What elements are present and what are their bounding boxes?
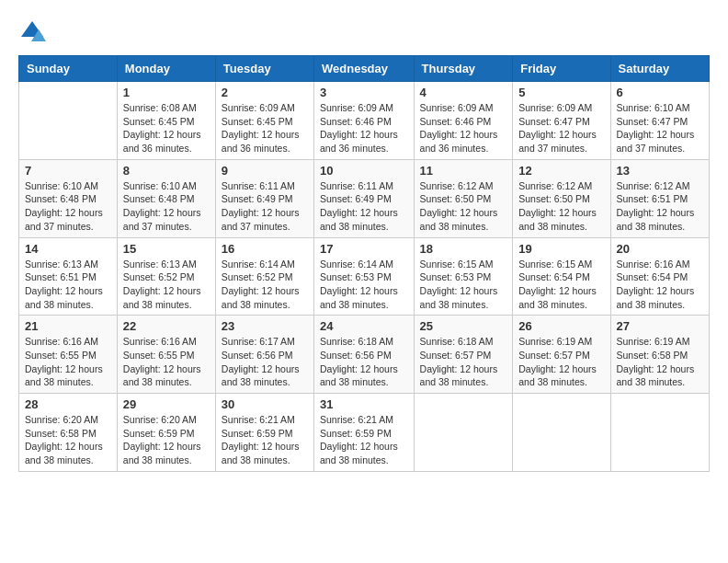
calendar-week-row: 28Sunrise: 6:20 AM Sunset: 6:58 PM Dayli… xyxy=(19,394,710,472)
day-info: Sunrise: 6:16 AM Sunset: 6:55 PM Dayligh… xyxy=(123,335,210,389)
day-number: 21 xyxy=(25,319,111,333)
calendar-cell: 4Sunrise: 6:09 AM Sunset: 6:46 PM Daylig… xyxy=(414,82,513,160)
day-info: Sunrise: 6:13 AM Sunset: 6:52 PM Dayligh… xyxy=(123,258,210,312)
day-info: Sunrise: 6:08 AM Sunset: 6:45 PM Dayligh… xyxy=(123,101,210,155)
calendar-week-row: 1Sunrise: 6:08 AM Sunset: 6:45 PM Daylig… xyxy=(19,82,710,160)
calendar-week-row: 14Sunrise: 6:13 AM Sunset: 6:51 PM Dayli… xyxy=(19,237,710,316)
day-info: Sunrise: 6:17 AM Sunset: 6:56 PM Dayligh… xyxy=(222,335,308,389)
calendar-week-row: 7Sunrise: 6:10 AM Sunset: 6:48 PM Daylig… xyxy=(19,159,710,237)
day-number: 9 xyxy=(222,164,308,178)
calendar-cell: 3Sunrise: 6:09 AM Sunset: 6:46 PM Daylig… xyxy=(314,82,415,160)
day-number: 31 xyxy=(320,397,408,411)
calendar-cell: 24Sunrise: 6:18 AM Sunset: 6:56 PM Dayli… xyxy=(314,316,415,394)
page-header xyxy=(18,18,710,46)
calendar-cell: 5Sunrise: 6:09 AM Sunset: 6:47 PM Daylig… xyxy=(513,82,610,160)
calendar-cell: 28Sunrise: 6:20 AM Sunset: 6:58 PM Dayli… xyxy=(19,394,118,472)
day-number: 3 xyxy=(320,86,408,99)
day-number: 30 xyxy=(222,397,308,411)
calendar-cell: 2Sunrise: 6:09 AM Sunset: 6:45 PM Daylig… xyxy=(215,82,313,160)
logo-icon xyxy=(18,18,46,46)
calendar-cell: 10Sunrise: 6:11 AM Sunset: 6:49 PM Dayli… xyxy=(314,159,415,237)
day-number: 2 xyxy=(222,86,308,99)
day-info: Sunrise: 6:09 AM Sunset: 6:47 PM Dayligh… xyxy=(518,101,604,155)
calendar-cell: 27Sunrise: 6:19 AM Sunset: 6:58 PM Dayli… xyxy=(610,316,709,394)
day-number: 10 xyxy=(320,164,408,178)
calendar-cell xyxy=(19,82,118,160)
day-number: 6 xyxy=(617,86,703,99)
calendar-cell: 16Sunrise: 6:14 AM Sunset: 6:52 PM Dayli… xyxy=(215,237,313,316)
day-info: Sunrise: 6:15 AM Sunset: 6:54 PM Dayligh… xyxy=(518,258,604,312)
day-info: Sunrise: 6:11 AM Sunset: 6:49 PM Dayligh… xyxy=(320,179,408,234)
weekday-header: Saturday xyxy=(610,56,709,82)
calendar-cell: 14Sunrise: 6:13 AM Sunset: 6:51 PM Dayli… xyxy=(19,237,118,316)
calendar-cell: 30Sunrise: 6:21 AM Sunset: 6:59 PM Dayli… xyxy=(215,394,313,472)
day-info: Sunrise: 6:11 AM Sunset: 6:49 PM Dayligh… xyxy=(222,179,308,234)
day-number: 17 xyxy=(320,242,408,256)
day-info: Sunrise: 6:10 AM Sunset: 6:48 PM Dayligh… xyxy=(25,179,111,234)
calendar-cell: 18Sunrise: 6:15 AM Sunset: 6:53 PM Dayli… xyxy=(414,237,513,316)
calendar-week-row: 21Sunrise: 6:16 AM Sunset: 6:55 PM Dayli… xyxy=(19,316,710,394)
calendar-cell xyxy=(414,394,513,472)
calendar-cell: 6Sunrise: 6:10 AM Sunset: 6:47 PM Daylig… xyxy=(610,82,709,160)
day-info: Sunrise: 6:20 AM Sunset: 6:59 PM Dayligh… xyxy=(123,413,210,467)
calendar-cell: 8Sunrise: 6:10 AM Sunset: 6:48 PM Daylig… xyxy=(117,159,215,237)
weekday-header: Tuesday xyxy=(215,56,313,82)
day-info: Sunrise: 6:19 AM Sunset: 6:58 PM Dayligh… xyxy=(617,335,703,389)
day-number: 19 xyxy=(518,242,604,256)
day-info: Sunrise: 6:14 AM Sunset: 6:53 PM Dayligh… xyxy=(320,258,408,312)
day-number: 5 xyxy=(518,86,604,99)
day-info: Sunrise: 6:12 AM Sunset: 6:50 PM Dayligh… xyxy=(420,179,507,234)
calendar-cell: 31Sunrise: 6:21 AM Sunset: 6:59 PM Dayli… xyxy=(314,394,415,472)
calendar-cell: 1Sunrise: 6:08 AM Sunset: 6:45 PM Daylig… xyxy=(117,82,215,160)
day-info: Sunrise: 6:19 AM Sunset: 6:57 PM Dayligh… xyxy=(518,335,604,389)
day-number: 23 xyxy=(222,319,308,333)
day-info: Sunrise: 6:09 AM Sunset: 6:46 PM Dayligh… xyxy=(420,101,507,155)
calendar-cell: 17Sunrise: 6:14 AM Sunset: 6:53 PM Dayli… xyxy=(314,237,415,316)
day-number: 8 xyxy=(123,164,210,178)
calendar-cell xyxy=(513,394,610,472)
day-info: Sunrise: 6:10 AM Sunset: 6:48 PM Dayligh… xyxy=(123,179,210,234)
weekday-header-row: SundayMondayTuesdayWednesdayThursdayFrid… xyxy=(19,56,710,82)
calendar-cell: 13Sunrise: 6:12 AM Sunset: 6:51 PM Dayli… xyxy=(610,159,709,237)
calendar-cell: 19Sunrise: 6:15 AM Sunset: 6:54 PM Dayli… xyxy=(513,237,610,316)
day-number: 14 xyxy=(25,242,111,256)
day-info: Sunrise: 6:12 AM Sunset: 6:51 PM Dayligh… xyxy=(617,179,703,234)
calendar-table: SundayMondayTuesdayWednesdayThursdayFrid… xyxy=(18,55,710,472)
day-number: 22 xyxy=(123,319,210,333)
day-info: Sunrise: 6:13 AM Sunset: 6:51 PM Dayligh… xyxy=(25,258,111,312)
day-number: 28 xyxy=(25,397,111,411)
calendar-cell: 22Sunrise: 6:16 AM Sunset: 6:55 PM Dayli… xyxy=(117,316,215,394)
day-info: Sunrise: 6:16 AM Sunset: 6:55 PM Dayligh… xyxy=(25,335,111,389)
day-number: 24 xyxy=(320,319,408,333)
day-number: 16 xyxy=(222,242,308,256)
weekday-header: Sunday xyxy=(19,56,118,82)
weekday-header: Monday xyxy=(117,56,215,82)
calendar-cell: 23Sunrise: 6:17 AM Sunset: 6:56 PM Dayli… xyxy=(215,316,313,394)
calendar-cell: 7Sunrise: 6:10 AM Sunset: 6:48 PM Daylig… xyxy=(19,159,118,237)
day-number: 27 xyxy=(617,319,703,333)
weekday-header: Wednesday xyxy=(314,56,415,82)
day-number: 12 xyxy=(518,164,604,178)
day-number: 1 xyxy=(123,86,210,99)
logo xyxy=(18,18,51,46)
calendar-cell: 25Sunrise: 6:18 AM Sunset: 6:57 PM Dayli… xyxy=(414,316,513,394)
calendar-cell: 12Sunrise: 6:12 AM Sunset: 6:50 PM Dayli… xyxy=(513,159,610,237)
weekday-header: Thursday xyxy=(414,56,513,82)
day-number: 20 xyxy=(617,242,703,256)
day-info: Sunrise: 6:18 AM Sunset: 6:56 PM Dayligh… xyxy=(320,335,408,389)
calendar-cell: 21Sunrise: 6:16 AM Sunset: 6:55 PM Dayli… xyxy=(19,316,118,394)
day-number: 4 xyxy=(420,86,507,99)
day-number: 29 xyxy=(123,397,210,411)
day-info: Sunrise: 6:20 AM Sunset: 6:58 PM Dayligh… xyxy=(25,413,111,467)
calendar-cell: 9Sunrise: 6:11 AM Sunset: 6:49 PM Daylig… xyxy=(215,159,313,237)
weekday-header: Friday xyxy=(513,56,610,82)
day-info: Sunrise: 6:14 AM Sunset: 6:52 PM Dayligh… xyxy=(222,258,308,312)
calendar-cell: 15Sunrise: 6:13 AM Sunset: 6:52 PM Dayli… xyxy=(117,237,215,316)
day-info: Sunrise: 6:12 AM Sunset: 6:50 PM Dayligh… xyxy=(518,179,604,234)
day-number: 26 xyxy=(518,319,604,333)
calendar-cell: 29Sunrise: 6:20 AM Sunset: 6:59 PM Dayli… xyxy=(117,394,215,472)
day-info: Sunrise: 6:10 AM Sunset: 6:47 PM Dayligh… xyxy=(617,101,703,155)
day-number: 11 xyxy=(420,164,507,178)
day-info: Sunrise: 6:16 AM Sunset: 6:54 PM Dayligh… xyxy=(617,258,703,312)
day-number: 18 xyxy=(420,242,507,256)
